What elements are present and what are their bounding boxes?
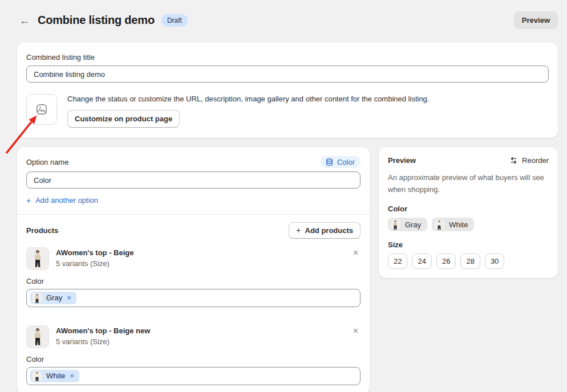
product-photo-woman-beige-top <box>32 293 42 303</box>
product-thumbnail <box>26 247 49 270</box>
product-variants: 5 variants (Size) <box>56 259 133 268</box>
combined-listing-title-input[interactable] <box>26 66 549 83</box>
main-content: Combined listing title Change the status… <box>0 29 567 392</box>
remove-tag-button[interactable]: × <box>66 294 72 301</box>
add-another-option-link[interactable]: + Add another option <box>26 196 98 205</box>
size-option-chip: 24 <box>412 254 431 269</box>
color-option-chip: Gray <box>388 218 427 231</box>
color-tag-chip: White × <box>30 370 79 382</box>
size-option-chip: 22 <box>388 254 407 269</box>
section-divider <box>17 214 370 215</box>
metafield-color-link[interactable]: Color <box>321 156 361 168</box>
product-row: AWomen's top - Beige new 5 variants (Siz… <box>26 325 361 385</box>
preview-button[interactable]: Preview <box>514 11 558 29</box>
size-option-chip: 30 <box>485 254 504 269</box>
status-badge: Draft <box>161 14 188 27</box>
options-card: Option name Color + Add another option P… <box>17 147 370 392</box>
combined-listing-title-label: Combined listing title <box>26 53 549 62</box>
product-photo-woman-beige-top <box>32 371 42 381</box>
tag-label: White <box>46 371 65 380</box>
image-icon <box>35 103 48 116</box>
add-another-option-label: Add another option <box>35 196 98 205</box>
preview-color-heading: Color <box>388 205 549 213</box>
product-photo-woman-beige-top <box>390 219 400 230</box>
close-icon: × <box>353 248 358 258</box>
add-products-button[interactable]: + Add products <box>289 222 361 239</box>
add-products-label: Add products <box>305 226 354 235</box>
remove-product-button[interactable]: × <box>351 325 361 337</box>
preview-heading: Preview <box>388 156 416 165</box>
close-icon: × <box>353 326 358 336</box>
color-tag-input[interactable]: White × <box>26 367 361 385</box>
option-name-label: Option name <box>26 158 68 166</box>
close-icon: × <box>70 371 74 380</box>
chip-thumbnail <box>32 293 42 303</box>
product-photo-woman-beige-top <box>434 219 444 230</box>
product-photo-woman-beige-top <box>27 248 48 270</box>
close-icon: × <box>67 293 71 302</box>
page-header: ← Combine listing demo Draft Preview <box>0 0 567 29</box>
product-title: AWomen's top - Beige <box>56 248 133 257</box>
back-button[interactable]: ← <box>17 13 32 28</box>
customize-on-product-page-button[interactable]: Customize on product page <box>67 110 180 128</box>
plus-icon: + <box>26 197 31 205</box>
size-option-chip: 26 <box>436 254 456 269</box>
color-tag-chip: Gray × <box>30 292 76 304</box>
reorder-button[interactable]: Reorder <box>509 156 549 165</box>
chip-thumbnail <box>32 371 42 381</box>
option-name-input[interactable] <box>26 172 361 189</box>
plus-icon: + <box>296 226 301 234</box>
color-option-chip: White <box>432 218 474 231</box>
metafield-color-label: Color <box>337 158 355 166</box>
tag-label: Gray <box>46 293 62 302</box>
color-tag-input[interactable]: Gray × <box>26 289 361 307</box>
product-photo-woman-beige-top <box>27 326 48 348</box>
page-title: Combine listing demo <box>38 14 155 27</box>
listing-image-placeholder <box>26 94 57 125</box>
remove-tag-button[interactable]: × <box>69 372 75 379</box>
product-variants: 5 variants (Size) <box>56 337 150 346</box>
remove-product-button[interactable]: × <box>351 247 361 259</box>
preview-card: Preview Reorder An approximate preview o… <box>379 147 558 278</box>
color-option-label: Gray <box>405 220 421 229</box>
chip-thumbnail <box>390 219 400 230</box>
reorder-label: Reorder <box>522 156 549 165</box>
customize-description: Change the status or customize the URL, … <box>67 94 429 104</box>
product-row: AWomen's top - Beige 5 variants (Size) ×… <box>26 247 361 307</box>
size-option-chip: 28 <box>460 254 480 269</box>
database-icon <box>325 158 334 166</box>
product-title: AWomen's top - Beige new <box>56 326 150 335</box>
product-option-label: Color <box>26 355 361 364</box>
chip-thumbnail <box>434 219 444 230</box>
combined-listing-title-card: Combined listing title Change the status… <box>17 43 558 138</box>
product-option-label: Color <box>26 277 361 285</box>
products-heading: Products <box>26 226 58 235</box>
product-thumbnail <box>26 325 49 348</box>
color-option-label: White <box>449 220 468 229</box>
swap-arrows-icon <box>509 156 518 165</box>
preview-description: An approximate preview of what buyers wi… <box>388 172 549 195</box>
preview-size-heading: Size <box>388 240 549 249</box>
back-icon: ← <box>19 15 30 26</box>
